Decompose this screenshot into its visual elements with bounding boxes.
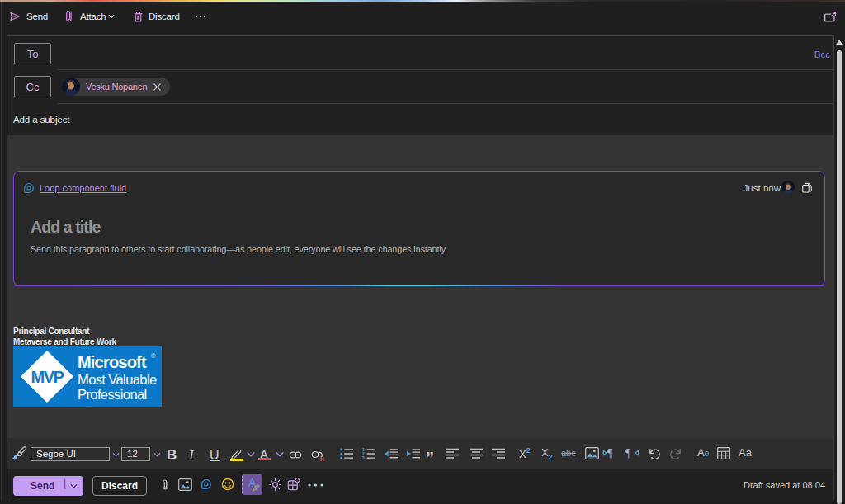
- svg-text:Microsoft: Microsoft: [78, 353, 147, 371]
- svg-text:Most Valuable: Most Valuable: [78, 372, 157, 387]
- svg-text:¶: ¶: [625, 446, 631, 459]
- svg-text:Professional: Professional: [78, 387, 147, 402]
- svg-text:3: 3: [362, 455, 365, 460]
- svg-text:¶: ¶: [607, 446, 613, 459]
- svg-text:MVP: MVP: [31, 368, 64, 386]
- svg-text:®: ®: [151, 352, 156, 360]
